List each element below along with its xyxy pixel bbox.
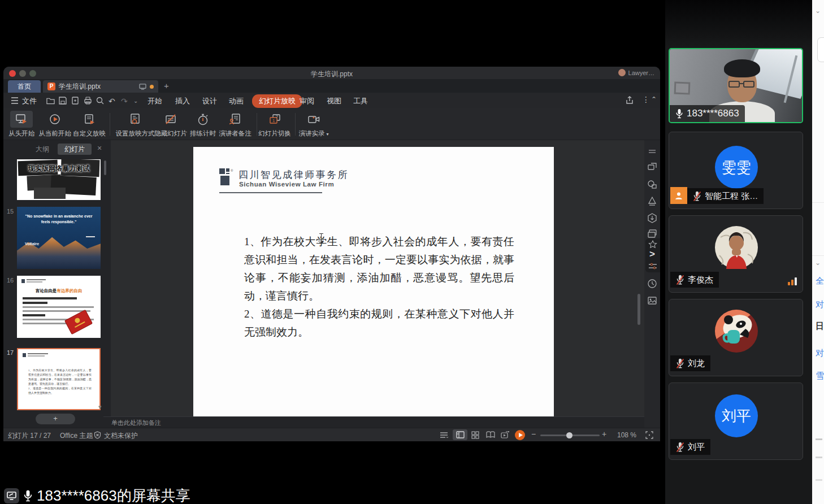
slide-thumbnail-16[interactable]: 言论自由是有边界的自由 (17, 276, 101, 338)
mic-on-icon (675, 108, 683, 119)
custom-show-button[interactable]: 自定义放映 (71, 111, 107, 138)
export-pdf-icon[interactable] (71, 97, 79, 105)
presenter-notes-button[interactable]: 演讲者备注 (216, 111, 254, 138)
participant-name: 刘平 (688, 442, 705, 453)
logo-underline (219, 192, 322, 193)
participant-tile-self-video[interactable]: 183****6863 (669, 48, 803, 123)
slide-transition-icon: 1? (268, 113, 281, 125)
open-icon[interactable] (46, 97, 55, 105)
image-panel-icon[interactable] (647, 295, 658, 306)
thumbnail-17-body: 1、作为在校大学生、即将步入社会的成年人，要有责任意识和担当，在发表言论时，一定… (28, 368, 92, 396)
reading-view-icon[interactable] (486, 431, 495, 438)
more-options-icon[interactable]: ⋮ (642, 95, 650, 104)
tab-outline[interactable]: 大纲 (27, 144, 58, 155)
play-from-start-button[interactable]: 从头开始 (6, 111, 37, 138)
undo-icon[interactable]: ↶ (109, 97, 115, 106)
play-on-device-icon[interactable] (501, 431, 510, 439)
lecture-record-button[interactable]: 演讲实录 ▾ (295, 111, 332, 138)
tab-home[interactable]: 首页 (8, 80, 41, 93)
slide-body-text[interactable]: 1、作为在校大学生、即将步入社会的成年人，要有责任意识和担当，在发表言论时，一定… (244, 233, 514, 341)
participant-tile-liuping[interactable]: 刘平 刘平 (669, 383, 803, 460)
menu-bar: 文件 ↶ ↷ ⌄ 开始 插入 设计 动画 幻灯片放映 审阅 视图 工具 ⋮ ⌃ (3, 93, 660, 108)
shapes-icon[interactable] (647, 179, 658, 190)
picture-frame (674, 82, 691, 95)
scroll-down-icon[interactable]: ▾ (98, 403, 102, 411)
tab-slides[interactable]: 幻灯片 (58, 144, 92, 155)
protection-status[interactable]: 文档未保护 (104, 431, 138, 441)
slide-thumbnail-17-selected[interactable]: 1、作为在校大学生、即将步入社会的成年人，要有责任意识和担当，在发表言论时，一定… (17, 348, 101, 410)
slides-panel: 大纲 幻灯片 × 现实版网络暴力测试 15 "No snowflake in a… (3, 140, 111, 428)
print-icon[interactable] (84, 97, 92, 105)
slide-thumbnail-14[interactable]: 现实版网络暴力测试 (17, 159, 101, 200)
avatar (715, 310, 758, 353)
notes-toggle-icon[interactable] (440, 432, 448, 439)
hamburger-menu-icon[interactable] (11, 97, 19, 104)
switch-object-icon[interactable] (647, 162, 658, 173)
menu-file[interactable]: 文件 (22, 96, 37, 106)
normal-view-button[interactable] (453, 429, 467, 440)
zoom-level[interactable]: 108 % (617, 431, 636, 439)
mic-muted-icon (693, 191, 701, 202)
history-icon[interactable] (647, 278, 658, 289)
canvas-scrollbar[interactable] (637, 294, 640, 325)
menu-slideshow-active[interactable]: 幻灯片放映 (252, 94, 302, 108)
setup-show-button[interactable]: 设置放映方式 (113, 111, 157, 138)
notes-bar[interactable]: 单击此处添加备注 (103, 416, 644, 428)
redo-icon[interactable]: ↷ (121, 97, 128, 106)
slide-paragraph-2: 2、道德是一种自我约束的规则，在某种意义下对他人并无强制效力。 (244, 305, 514, 341)
participant-tile-zhang[interactable]: 雯雯 智能工程 张… (669, 132, 803, 209)
avatar: 刘平 (715, 394, 758, 437)
collapse-ribbon-icon[interactable]: ⌃ (651, 95, 657, 103)
current-slide[interactable]: ® 四川智见成律师事务所 Sichuan Wiseview Law Firm 1… (193, 147, 554, 416)
fit-window-icon[interactable] (645, 431, 653, 439)
account-menu[interactable]: Lawyer… (618, 69, 654, 76)
menu-insert[interactable]: 插入 (175, 96, 190, 106)
document-protection-icon (94, 431, 101, 439)
zoom-out-button[interactable]: − (531, 429, 536, 438)
participant-tile-lijunjie[interactable]: 李俊杰 (669, 215, 803, 293)
slideshow-play-button[interactable] (515, 430, 525, 440)
play-from-current-button[interactable]: 从当前开始 (37, 111, 72, 138)
material-library-icon[interactable] (647, 195, 658, 207)
templates-icon[interactable] (647, 228, 658, 240)
ppt-file-icon: P (47, 82, 55, 90)
download-resource-icon[interactable] (647, 212, 658, 224)
menu-review[interactable]: 审阅 (300, 96, 314, 106)
slide-thumbnail-15[interactable]: "No snowflake in an avalanche ever feels… (17, 207, 101, 269)
zoom-slider-thumb[interactable] (566, 432, 573, 438)
menu-design[interactable]: 设计 (202, 96, 217, 106)
panel-scrollbar[interactable] (104, 160, 106, 175)
slide-sorter-view-icon[interactable] (471, 431, 479, 439)
menu-start[interactable]: 开始 (148, 96, 162, 106)
new-tab-button[interactable]: + (164, 81, 169, 90)
law-firm-logo: ® (219, 168, 234, 186)
collapse-panel-group[interactable]: > (645, 238, 660, 272)
menu-animation[interactable]: 动画 (229, 96, 244, 106)
rehearse-timing-button[interactable]: 排练计时 (188, 111, 218, 138)
presenter-notes-icon (229, 113, 241, 125)
tab-document[interactable]: P 学生培训.pptx (43, 80, 158, 93)
add-slide-button[interactable]: + (36, 414, 75, 424)
thumbnail-15-author: Voltaire (25, 242, 39, 246)
print-preview-icon[interactable] (96, 97, 104, 105)
theme-name[interactable]: Office 主题 (60, 431, 93, 441)
expand-panel-chevron-icon[interactable]: > (649, 249, 655, 260)
close-panel-button[interactable]: × (97, 144, 102, 153)
zoom-in-button[interactable]: + (602, 429, 606, 438)
law-firm-logo-mark: ® (219, 168, 234, 186)
participant-name-badge: 智能工程 张… (687, 188, 764, 204)
share-icon[interactable] (625, 96, 634, 105)
hide-slide-button[interactable]: 隐藏幻灯片 (153, 111, 189, 138)
menu-view[interactable]: 视图 (327, 96, 341, 106)
slide-paragraph-1: 1、作为在校大学生、即将步入社会的成年人，要有责任意识和担当，在发表言论时，一定… (244, 233, 514, 305)
participant-name-badge: 183****6863 (670, 105, 745, 122)
quick-access-dropdown-icon[interactable]: ⌄ (133, 98, 138, 104)
save-icon[interactable] (59, 97, 67, 105)
screen-share-icon (4, 488, 19, 503)
slide-transition-button[interactable]: 1? 幻灯片切换 (257, 111, 293, 138)
participant-name-badge: 刘龙 (670, 355, 710, 371)
participant-tile-liulong[interactable]: 刘龙 (669, 299, 803, 376)
host-role-badge (670, 187, 687, 204)
menu-tools[interactable]: 工具 (353, 96, 368, 106)
resize-handle-icon[interactable] (647, 146, 658, 157)
